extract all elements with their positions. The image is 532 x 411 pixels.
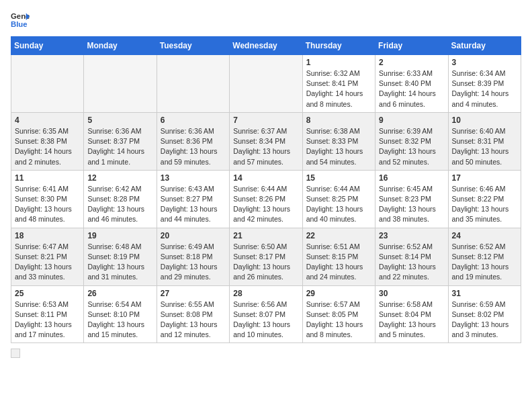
day-cell: 6Sunrise: 6:36 AM Sunset: 8:36 PM Daylig… — [157, 112, 229, 170]
day-cell: 24Sunrise: 6:52 AM Sunset: 8:12 PM Dayli… — [448, 228, 521, 285]
day-info: Sunrise: 6:38 AM Sunset: 8:33 PM Dayligh… — [306, 126, 371, 167]
day-number: 15 — [306, 173, 371, 183]
day-number: 31 — [452, 289, 517, 298]
day-number: 10 — [452, 116, 517, 125]
day-number: 30 — [379, 289, 444, 298]
day-number: 17 — [452, 173, 517, 183]
day-cell: 14Sunrise: 6:44 AM Sunset: 8:26 PM Dayli… — [230, 170, 302, 228]
day-number: 1 — [306, 58, 371, 67]
day-cell: 18Sunrise: 6:47 AM Sunset: 8:21 PM Dayli… — [11, 228, 84, 285]
day-info: Sunrise: 6:39 AM Sunset: 8:32 PM Dayligh… — [379, 126, 444, 167]
legend-box — [11, 349, 20, 358]
day-cell: 19Sunrise: 6:48 AM Sunset: 8:19 PM Dayli… — [84, 228, 157, 285]
day-number: 6 — [161, 116, 226, 125]
day-cell — [157, 55, 229, 113]
day-info: Sunrise: 6:43 AM Sunset: 8:27 PM Dayligh… — [161, 184, 226, 225]
day-cell: 17Sunrise: 6:46 AM Sunset: 8:22 PM Dayli… — [448, 170, 521, 228]
day-cell: 1Sunrise: 6:32 AM Sunset: 8:41 PM Daylig… — [302, 55, 375, 113]
day-cell: 2Sunrise: 6:33 AM Sunset: 8:40 PM Daylig… — [375, 55, 448, 113]
day-number: 14 — [233, 173, 298, 183]
day-number: 7 — [233, 116, 298, 125]
day-number: 25 — [15, 289, 80, 298]
day-info: Sunrise: 6:52 AM Sunset: 8:12 PM Dayligh… — [452, 242, 517, 283]
col-header-monday: Monday — [84, 37, 157, 55]
day-info: Sunrise: 6:53 AM Sunset: 8:11 PM Dayligh… — [15, 300, 80, 340]
day-number: 29 — [306, 289, 371, 298]
day-cell: 5Sunrise: 6:36 AM Sunset: 8:37 PM Daylig… — [84, 112, 157, 170]
day-info: Sunrise: 6:36 AM Sunset: 8:37 PM Dayligh… — [87, 126, 152, 167]
day-info: Sunrise: 6:37 AM Sunset: 8:34 PM Dayligh… — [233, 126, 298, 167]
day-number: 19 — [87, 231, 152, 240]
day-cell: 20Sunrise: 6:49 AM Sunset: 8:18 PM Dayli… — [157, 228, 229, 285]
day-number: 16 — [379, 173, 444, 183]
day-number: 8 — [306, 116, 371, 125]
day-info: Sunrise: 6:42 AM Sunset: 8:28 PM Dayligh… — [87, 184, 152, 225]
day-cell: 9Sunrise: 6:39 AM Sunset: 8:32 PM Daylig… — [375, 112, 448, 170]
day-number: 4 — [15, 116, 80, 125]
day-info: Sunrise: 6:41 AM Sunset: 8:30 PM Dayligh… — [15, 184, 80, 225]
day-cell: 12Sunrise: 6:42 AM Sunset: 8:28 PM Dayli… — [84, 170, 157, 228]
week-row-1: 1Sunrise: 6:32 AM Sunset: 8:41 PM Daylig… — [11, 55, 521, 113]
day-number: 27 — [161, 289, 226, 298]
day-cell: 28Sunrise: 6:56 AM Sunset: 8:07 PM Dayli… — [230, 285, 302, 343]
day-cell: 30Sunrise: 6:58 AM Sunset: 8:04 PM Dayli… — [375, 285, 448, 343]
svg-text:Blue: Blue — [11, 20, 28, 28]
header-row: SundayMondayTuesdayWednesdayThursdayFrid… — [11, 37, 521, 55]
day-cell: 31Sunrise: 6:59 AM Sunset: 8:02 PM Dayli… — [448, 285, 521, 343]
col-header-friday: Friday — [375, 37, 448, 55]
day-cell: 16Sunrise: 6:45 AM Sunset: 8:23 PM Dayli… — [375, 170, 448, 228]
day-cell: 29Sunrise: 6:57 AM Sunset: 8:05 PM Dayli… — [302, 285, 375, 343]
day-cell — [230, 55, 302, 113]
day-info: Sunrise: 6:56 AM Sunset: 8:07 PM Dayligh… — [233, 300, 298, 340]
day-info: Sunrise: 6:34 AM Sunset: 8:39 PM Dayligh… — [452, 68, 517, 109]
logo-icon: General Blue — [11, 11, 30, 30]
day-number: 2 — [379, 58, 444, 67]
day-info: Sunrise: 6:58 AM Sunset: 8:04 PM Dayligh… — [379, 300, 444, 340]
day-cell: 3Sunrise: 6:34 AM Sunset: 8:39 PM Daylig… — [448, 55, 521, 113]
day-number: 26 — [87, 289, 152, 298]
day-cell — [84, 55, 157, 113]
day-number: 22 — [306, 231, 371, 240]
week-row-3: 11Sunrise: 6:41 AM Sunset: 8:30 PM Dayli… — [11, 170, 521, 228]
col-header-wednesday: Wednesday — [230, 37, 302, 55]
col-header-tuesday: Tuesday — [157, 37, 229, 55]
day-info: Sunrise: 6:44 AM Sunset: 8:26 PM Dayligh… — [233, 184, 298, 225]
day-cell: 4Sunrise: 6:35 AM Sunset: 8:38 PM Daylig… — [11, 112, 84, 170]
calendar-table: SundayMondayTuesdayWednesdayThursdayFrid… — [11, 36, 521, 343]
day-number: 12 — [87, 173, 152, 183]
day-number: 21 — [233, 231, 298, 240]
col-header-thursday: Thursday — [302, 37, 375, 55]
day-info: Sunrise: 6:48 AM Sunset: 8:19 PM Dayligh… — [87, 242, 152, 283]
week-row-4: 18Sunrise: 6:47 AM Sunset: 8:21 PM Dayli… — [11, 228, 521, 285]
day-cell: 26Sunrise: 6:54 AM Sunset: 8:10 PM Dayli… — [84, 285, 157, 343]
day-number: 9 — [379, 116, 444, 125]
day-info: Sunrise: 6:33 AM Sunset: 8:40 PM Dayligh… — [379, 68, 444, 109]
day-number: 11 — [15, 173, 80, 183]
day-cell: 25Sunrise: 6:53 AM Sunset: 8:11 PM Dayli… — [11, 285, 84, 343]
day-number: 24 — [452, 231, 517, 240]
day-info: Sunrise: 6:32 AM Sunset: 8:41 PM Dayligh… — [306, 68, 371, 109]
day-number: 28 — [233, 289, 298, 298]
day-info: Sunrise: 6:44 AM Sunset: 8:25 PM Dayligh… — [306, 184, 371, 225]
col-header-sunday: Sunday — [11, 37, 84, 55]
day-info: Sunrise: 6:54 AM Sunset: 8:10 PM Dayligh… — [87, 300, 152, 340]
day-cell: 15Sunrise: 6:44 AM Sunset: 8:25 PM Dayli… — [302, 170, 375, 228]
day-number: 13 — [161, 173, 226, 183]
day-info: Sunrise: 6:59 AM Sunset: 8:02 PM Dayligh… — [452, 300, 517, 340]
day-number: 3 — [452, 58, 517, 67]
day-info: Sunrise: 6:52 AM Sunset: 8:14 PM Dayligh… — [379, 242, 444, 283]
day-info: Sunrise: 6:49 AM Sunset: 8:18 PM Dayligh… — [161, 242, 226, 283]
day-info: Sunrise: 6:46 AM Sunset: 8:22 PM Dayligh… — [452, 184, 517, 225]
day-cell: 22Sunrise: 6:51 AM Sunset: 8:15 PM Dayli… — [302, 228, 375, 285]
day-cell: 21Sunrise: 6:50 AM Sunset: 8:17 PM Dayli… — [230, 228, 302, 285]
day-info: Sunrise: 6:40 AM Sunset: 8:31 PM Dayligh… — [452, 126, 517, 167]
col-header-saturday: Saturday — [448, 37, 521, 55]
day-cell: 23Sunrise: 6:52 AM Sunset: 8:14 PM Dayli… — [375, 228, 448, 285]
day-info: Sunrise: 6:50 AM Sunset: 8:17 PM Dayligh… — [233, 242, 298, 283]
week-row-5: 25Sunrise: 6:53 AM Sunset: 8:11 PM Dayli… — [11, 285, 521, 343]
day-info: Sunrise: 6:35 AM Sunset: 8:38 PM Dayligh… — [15, 126, 80, 167]
day-info: Sunrise: 6:57 AM Sunset: 8:05 PM Dayligh… — [306, 300, 371, 340]
page-header: General Blue — [11, 11, 521, 30]
footer — [11, 349, 521, 358]
day-info: Sunrise: 6:55 AM Sunset: 8:08 PM Dayligh… — [161, 300, 226, 340]
